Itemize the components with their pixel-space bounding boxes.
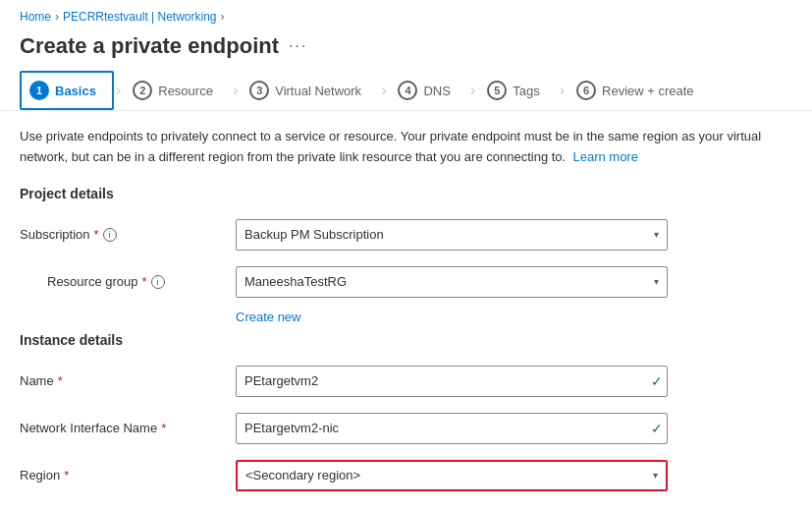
nic-name-required: * [161, 421, 166, 435]
region-row: Region * <Secondary region> ▾ [20, 454, 785, 497]
region-required: * [64, 468, 69, 482]
create-new-link[interactable]: Create new [236, 310, 300, 324]
page-title-bar: Create a private endpoint ··· [0, 29, 812, 71]
tab-divider-1: › [116, 82, 121, 99]
resource-group-required: * [142, 274, 147, 289]
subscription-info-icon[interactable]: i [103, 228, 117, 242]
tab-resource-label: Resource [158, 84, 213, 98]
nic-name-row: Network Interface Name * PEtargetvm2-nic… [20, 407, 785, 450]
tab-resource-step: 2 [133, 81, 152, 100]
name-check-icon: ✓ [651, 373, 663, 389]
resource-group-label: Resource group * i [20, 274, 236, 289]
tab-dns-label: DNS [423, 84, 450, 98]
tab-dns-step: 4 [398, 81, 417, 100]
page-title: Create a private endpoint [20, 33, 279, 59]
nic-name-value: PEtargetvm2-nic [244, 421, 339, 435]
tab-divider-4: › [470, 82, 475, 99]
tab-review-create-label: Review + create [602, 84, 694, 98]
page-title-ellipsis[interactable]: ··· [289, 37, 307, 55]
breadcrumb-sep2: › [221, 10, 225, 24]
instance-details-form: Name * PEtargetvm2 ✓ Network Interface N… [20, 360, 785, 497]
tab-tags[interactable]: 5 Tags [477, 71, 557, 110]
tab-review-create-step: 6 [576, 81, 596, 100]
nic-name-check-icon: ✓ [651, 421, 663, 436]
subscription-control: Backup PM Subscription ▾ [236, 219, 668, 251]
nic-name-dropdown[interactable]: PEtargetvm2-nic ✓ [236, 413, 668, 444]
region-value: <Secondary region> [245, 468, 360, 482]
subscription-dropdown[interactable]: Backup PM Subscription ▾ [236, 219, 668, 251]
tab-virtual-network-label: Virtual Network [275, 84, 361, 98]
description-box: Use private endpoints to privately conne… [20, 127, 785, 168]
region-chevron-icon: ▾ [653, 470, 658, 481]
tab-divider-3: › [381, 82, 386, 99]
subscription-value: Backup PM Subscription [244, 227, 384, 242]
resource-group-control: ManeeshaTestRG ▾ [236, 266, 668, 298]
name-control: PEtargetvm2 ✓ [236, 366, 668, 397]
instance-details-title: Instance details [20, 332, 792, 348]
tab-dns[interactable]: 4 DNS [388, 71, 467, 110]
tab-virtual-network[interactable]: 3 Virtual Network [240, 71, 379, 110]
breadcrumb-vault[interactable]: PECRRtestvault | Networking [63, 10, 217, 24]
subscription-required: * [94, 227, 99, 242]
resource-group-row: Resource group * i ManeeshaTestRG ▾ [20, 260, 785, 304]
tab-review-create[interactable]: 6 Review + create [567, 71, 712, 110]
create-new-row: Create new [20, 308, 785, 324]
tab-divider-5: › [560, 82, 565, 99]
tab-tags-step: 5 [487, 81, 507, 100]
subscription-label: Subscription * i [20, 227, 236, 242]
name-row: Name * PEtargetvm2 ✓ [20, 360, 785, 403]
project-details-form: Subscription * i Backup PM Subscription … [20, 213, 785, 324]
create-new-control: Create new [236, 308, 300, 324]
breadcrumb-home[interactable]: Home [20, 10, 51, 24]
tab-basics[interactable]: 1 Basics [20, 71, 114, 110]
nic-name-label: Network Interface Name * [20, 421, 236, 435]
subscription-row: Subscription * i Backup PM Subscription … [20, 213, 785, 256]
breadcrumb: Home › PECRRtestvault | Networking › [0, 0, 812, 29]
content-area: Use private endpoints to privately conne… [0, 111, 812, 510]
wizard-tabs: 1 Basics › 2 Resource › 3 Virtual Networ… [0, 71, 812, 111]
resource-group-dropdown[interactable]: ManeeshaTestRG ▾ [236, 266, 668, 298]
description-text: Use private endpoints to privately conne… [20, 129, 761, 164]
tab-virtual-network-step: 3 [249, 81, 269, 100]
create-new-spacer [20, 308, 236, 324]
tab-tags-label: Tags [513, 84, 539, 98]
region-control: <Secondary region> ▾ [236, 460, 668, 491]
tab-resource[interactable]: 2 Resource [123, 71, 231, 110]
learn-more-link[interactable]: Learn more [572, 149, 637, 164]
region-label: Region * [20, 468, 236, 482]
name-dropdown[interactable]: PEtargetvm2 ✓ [236, 366, 668, 397]
tab-divider-2: › [233, 82, 238, 99]
breadcrumb-sep1: › [55, 10, 59, 24]
tab-basics-label: Basics [55, 84, 96, 98]
subscription-chevron-icon: ▾ [654, 229, 659, 240]
tab-basics-step: 1 [29, 81, 49, 100]
name-value: PEtargetvm2 [244, 373, 318, 388]
name-required: * [58, 373, 63, 388]
project-details-title: Project details [20, 186, 792, 201]
resource-group-chevron-icon: ▾ [654, 276, 659, 287]
resource-group-info-icon[interactable]: i [151, 275, 165, 289]
region-dropdown[interactable]: <Secondary region> ▾ [236, 460, 668, 491]
resource-group-value: ManeeshaTestRG [244, 274, 347, 289]
name-label: Name * [20, 373, 236, 388]
nic-name-control: PEtargetvm2-nic ✓ [236, 413, 668, 444]
